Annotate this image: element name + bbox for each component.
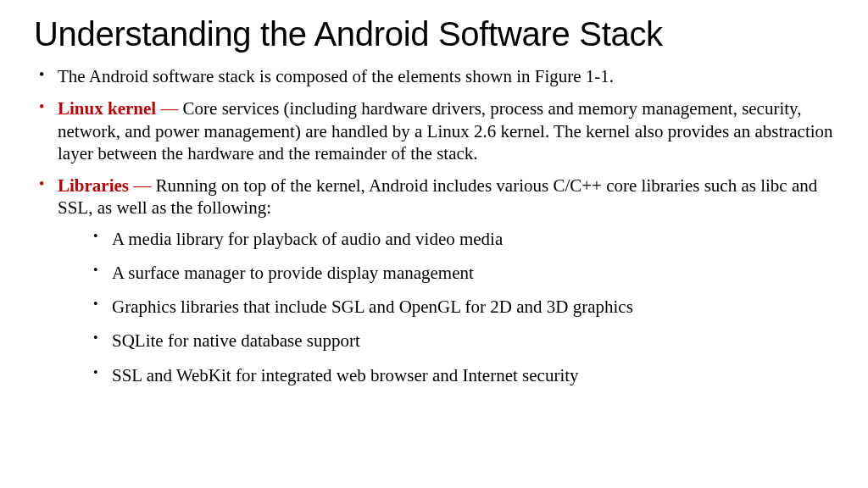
bullet-intro-text: The Android software stack is composed o…: [58, 66, 614, 86]
bullet-intro: The Android software stack is composed o…: [34, 65, 834, 87]
bullet-kernel: Linux kernel — Core services (including …: [34, 97, 834, 164]
sub-bullet-ssl: SSL and WebKit for integrated web browse…: [58, 364, 834, 386]
libs-term: Libraries: [58, 175, 129, 196]
slide-title: Understanding the Android Software Stack: [34, 15, 834, 53]
libs-dash: —: [129, 175, 156, 196]
sub-bullet-media: A media library for playback of audio an…: [58, 228, 834, 250]
bullet-libraries: Libraries — Running on top of the kernel…: [34, 175, 834, 386]
sub-bullet-graphics: Graphics libraries that include SGL and …: [58, 296, 834, 318]
sub-bullet-list: A media library for playback of audio an…: [58, 228, 834, 386]
sub-bullet-surface: A surface manager to provide display man…: [58, 262, 834, 284]
sub-bullet-sqlite: SQLite for native database support: [58, 330, 834, 352]
kernel-dash: —: [156, 98, 183, 119]
main-bullet-list: The Android software stack is composed o…: [34, 65, 834, 386]
kernel-term: Linux kernel: [58, 98, 156, 119]
libs-desc: Running on top of the kernel, Android in…: [58, 175, 817, 218]
